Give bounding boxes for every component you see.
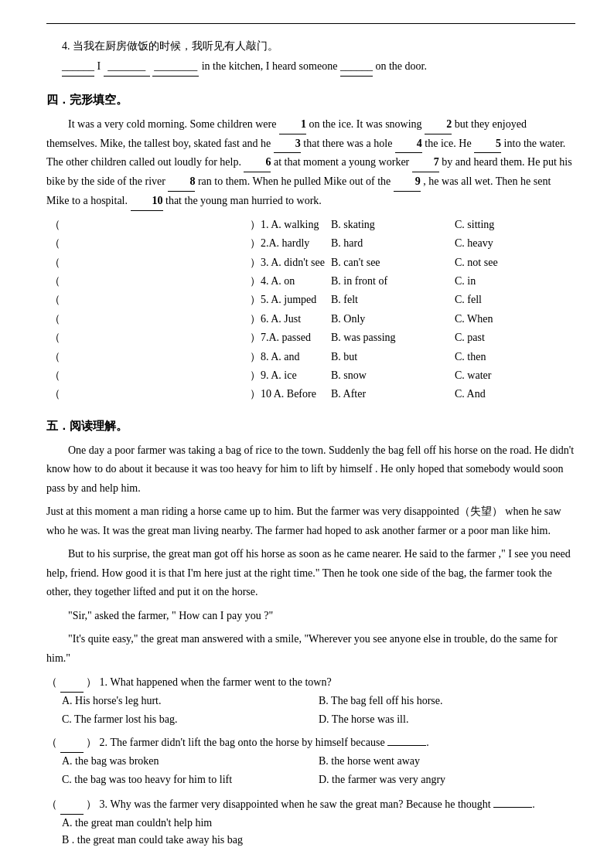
q3-text: 3. Why was the farmer very disappointed … <box>100 798 535 810</box>
q1-paren-open: （ <box>46 676 57 688</box>
reading-q2: （ ） 2. The farmer didn't lift the bag on… <box>46 734 575 790</box>
blank-space-1 <box>70 216 247 234</box>
reading-questions: （ ） 1. What happened when the farmer wen… <box>46 674 575 849</box>
q4-text1: in the kitchen, I heard someone <box>202 60 340 72</box>
q4-blank1: ______ <box>62 58 94 76</box>
q2-paren-close: ） <box>86 737 97 748</box>
cloze-passage: It was a very cold morning. Some childre… <box>46 115 575 211</box>
reading-para-3: But to his surprise, the great man got o… <box>46 545 575 602</box>
q1-line: （ ） 1. What happened when the farmer wen… <box>46 674 575 692</box>
q1-text: 1. What happened when the farmer went to… <box>100 676 332 688</box>
q2-optC: C. the bag was too heavy for him to lift <box>62 771 319 788</box>
blank-4: 4 <box>395 134 422 154</box>
blank-3: 3 <box>274 134 301 154</box>
option-row-8: （ ）8. A. and B. but C. then <box>46 348 575 366</box>
q3-paren-open: （ <box>46 798 57 810</box>
question-4: 4. 当我在厨房做饭的时候，我听见有人敲门。 ______ I _______ … <box>46 38 575 77</box>
q3-optA: A. the great man couldn't help him <box>62 815 575 832</box>
reading-para-5: "It's quite easy," the great man answere… <box>46 630 575 668</box>
option-row-4: （ ）4. A. on B. in front of C. in <box>46 272 575 291</box>
option-row-2: （ ）2.A. hardly B. hard C. heavy <box>46 234 575 253</box>
q1-optB: B. The bag fell off his horse. <box>319 693 575 710</box>
top-divider <box>46 23 575 24</box>
reading-para-2: Just at this moment a man riding a horse… <box>46 502 575 540</box>
blank-1: 1 <box>279 115 306 134</box>
q2-paren-open: （ <box>46 737 57 748</box>
section-four-header: 四．完形填空。 <box>46 90 575 109</box>
option-row-9: （ ）9. A. ice B. snow C. water <box>46 366 575 385</box>
reading-para-4: "Sir," asked the farmer, " How can I pay… <box>46 607 575 626</box>
q3-optB: B . the great man could take away his ba… <box>62 832 575 849</box>
blank-2: 2 <box>425 115 452 134</box>
q1-answer-blank <box>60 674 84 692</box>
blank-5: 5 <box>474 134 501 154</box>
q3-line: （ ） 3. Why was the farmer very disappoin… <box>46 795 575 815</box>
section-five-header: 五．阅读理解。 <box>46 417 575 435</box>
q4-I: I <box>97 60 104 72</box>
q4-blank4: ______ <box>340 58 373 76</box>
q2-answer-blank <box>60 734 84 752</box>
option-row-5: （ ）5. A. jumped B. felt C. fell <box>46 291 575 309</box>
q1-optC: C. The farmer lost his bag. <box>62 711 319 728</box>
opt-num-1: ）1. A. walking <box>247 216 328 234</box>
blank-10: 10 <box>131 192 163 211</box>
q2-text: 2. The farmer didn't lift the bag onto t… <box>100 737 429 748</box>
option-row-10: （ ）10 A. Before B. After C. And <box>46 385 575 403</box>
section-four: 四．完形填空。 It was a very cold morning. Some… <box>46 90 575 404</box>
section-five: 五．阅读理解。 One day a poor farmer was taking… <box>46 417 575 849</box>
blank-9: 9 <box>394 172 421 192</box>
reading-q3: （ ） 3. Why was the farmer very disappoin… <box>46 795 575 849</box>
q2-optB: B. the horse went away <box>319 753 575 770</box>
q2-optD: D. the farmer was very angry <box>319 771 575 788</box>
option-row-6: （ ）6. A. Just B. Only C. When <box>46 310 575 328</box>
q4-english-line: ______ I _______ ________ in the kitchen… <box>62 58 575 76</box>
reading-q1: （ ） 1. What happened when the farmer wen… <box>46 674 575 730</box>
q1-optD: D. The horse was ill. <box>319 711 575 728</box>
opt-c-1: C. sitting <box>452 216 575 234</box>
q4-blank3: ________ <box>152 58 199 76</box>
q3-answer-blank <box>60 795 84 815</box>
q3-options: A. the great man couldn't help him B . t… <box>46 815 575 849</box>
q1-options: A. His horse's leg hurt. B. The bag fell… <box>46 693 575 730</box>
option-row-1: （ ）1. A. walking B. skating C. sitting <box>46 216 575 234</box>
q4-blank2: _______ <box>104 58 150 76</box>
q1-paren-close: ） <box>86 676 97 688</box>
option-row-7: （ ）7.A. passed B. was passing C. past <box>46 328 575 347</box>
blank-7: 7 <box>412 153 439 172</box>
q2-optA: A. the bag was broken <box>62 753 319 770</box>
bracket-1: （ <box>46 216 70 234</box>
q2-options: A. the bag was broken B. the horse went … <box>46 753 575 791</box>
option-row-3: （ ）3. A. didn't see B. can't see C. not … <box>46 254 575 272</box>
q2-line: （ ） 2. The farmer didn't lift the bag on… <box>46 734 575 752</box>
blank-6: 6 <box>244 153 271 172</box>
q1-optA: A. His horse's leg hurt. <box>62 693 319 710</box>
cloze-options: （ ）1. A. walking B. skating C. sitting （… <box>46 216 575 404</box>
opt-b-1: B. skating <box>328 216 452 234</box>
q4-chinese: 4. 当我在厨房做饭的时候，我听见有人敲门。 <box>62 38 575 55</box>
blank-8: 8 <box>168 172 195 192</box>
reading-para-1: One day a poor farmer was taking a bag o… <box>46 441 575 499</box>
q3-paren-close: ） <box>86 798 97 810</box>
q4-text2: on the door. <box>375 60 427 72</box>
